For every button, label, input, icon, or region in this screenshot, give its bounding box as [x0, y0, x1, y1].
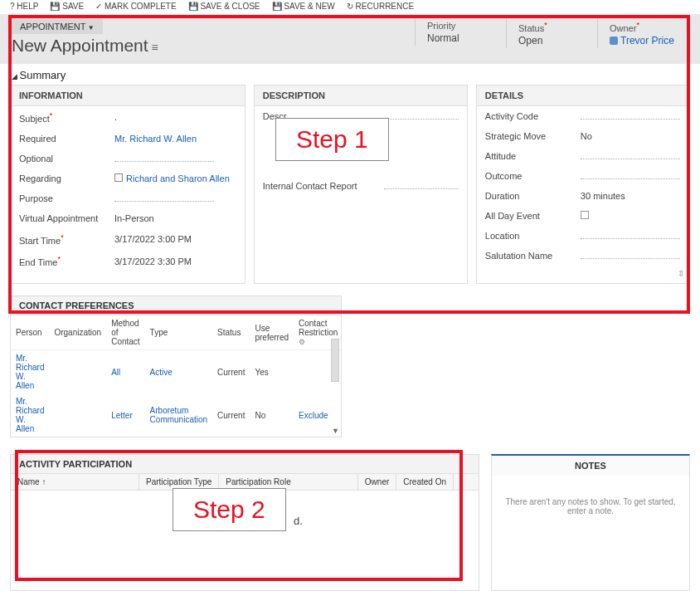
purpose-label: Purpose [19, 193, 114, 203]
scroll-arrows-icon[interactable]: ⇳ [678, 269, 684, 278]
scrollbar[interactable] [331, 339, 339, 382]
activity-participation-header: ACTIVITY PARTICIPATION [11, 455, 479, 474]
regarding-lookup[interactable]: Richard and Sharon Allen [114, 173, 236, 183]
optional-label: Optional [19, 154, 114, 164]
col-person[interactable]: Person [11, 315, 49, 350]
col-status[interactable]: Status [212, 315, 250, 350]
page-title: New Appointment [12, 36, 415, 56]
status-field: Status* Open [506, 19, 597, 48]
details-header: DETAILS [477, 85, 689, 106]
subject-label: Subject* [19, 111, 114, 124]
activity-code-input[interactable] [581, 111, 681, 121]
annotation-step-1: Step 1 [275, 118, 389, 161]
required-lookup[interactable]: Mr. Richard W. Allen [114, 134, 236, 144]
command-bar: ? HELP 💾 SAVE ✓ MARK COMPLETE 💾 SAVE & C… [0, 0, 700, 14]
subject-input[interactable]: . [114, 112, 236, 122]
start-time-input[interactable]: 3/17/2022 3:00 PM [114, 234, 236, 244]
gear-icon[interactable]: ⚙ [299, 338, 305, 346]
contact-preferences-header: CONTACT PREFERENCES [11, 296, 341, 315]
regarding-label: Regarding [19, 173, 114, 183]
record-type-dropdown[interactable]: APPOINTMENT [12, 19, 103, 34]
contact-preferences-table: Person Organization Method of Contact Ty… [11, 315, 343, 437]
location-input[interactable] [581, 231, 681, 241]
information-panel: INFORMATION Subject* . Required Mr. Rich… [10, 85, 245, 284]
col-method[interactable]: Method of Contact [106, 315, 144, 350]
optional-input[interactable] [114, 154, 236, 164]
annotation-step-2: Step 2 [173, 488, 286, 531]
user-icon [610, 37, 618, 45]
virtual-select[interactable]: In-Person [114, 213, 236, 223]
allday-label: All Day Event [485, 211, 581, 221]
virtual-label: Virtual Appointment [19, 213, 114, 223]
location-label: Location [485, 231, 581, 241]
icr-input[interactable] [379, 181, 459, 191]
notes-panel: NOTES There aren't any notes to show. To… [491, 454, 690, 591]
col-organization[interactable]: Organization [49, 315, 106, 350]
description-panel: DESCRIPTION Descr Internal Contact Repor… [254, 85, 468, 284]
notes-header: NOTES [492, 456, 689, 476]
record-header: APPOINTMENT New Appointment Priority Nor… [0, 14, 700, 64]
owner-field: Owner* Trevor Price [597, 19, 688, 48]
activity-code-label: Activity Code [485, 111, 581, 121]
information-header: INFORMATION [11, 85, 245, 106]
required-label: Required [19, 134, 114, 144]
save-close-button[interactable]: 💾 SAVE & CLOSE [188, 2, 260, 11]
col-type[interactable]: Type [145, 315, 212, 350]
save-button[interactable]: 💾 SAVE [50, 2, 84, 11]
owner-link[interactable]: Trevor Price [620, 35, 674, 46]
help-button[interactable]: ? HELP [10, 2, 38, 11]
table-row[interactable]: Mr. Richard W. Allen All Active Current … [11, 350, 343, 394]
end-time-input[interactable]: 3/17/2022 3:30 PM [114, 256, 236, 266]
outcome-label: Outcome [485, 171, 581, 181]
salutation-input[interactable] [581, 251, 681, 261]
attitude-label: Attitude [485, 151, 581, 161]
duration-label: Duration [485, 191, 581, 201]
start-time-label: Start Time* [19, 233, 114, 246]
scroll-down-icon[interactable]: ▼ [332, 427, 339, 435]
col-created-on[interactable]: Created On [396, 474, 454, 490]
salutation-label: Salutation Name [485, 251, 581, 261]
mark-complete-button[interactable]: ✓ MARK COMPLETE [95, 2, 176, 11]
description-header: DESCRIPTION [255, 85, 467, 106]
purpose-input[interactable] [114, 193, 236, 203]
summary-section-title[interactable]: Summary [0, 64, 700, 85]
outcome-input[interactable] [581, 171, 681, 181]
attitude-input[interactable] [581, 151, 681, 161]
annotation-trailing-text: d. [294, 515, 303, 527]
col-owner[interactable]: Owner [358, 474, 396, 490]
end-time-label: End Time* [19, 255, 114, 267]
icr-label: Internal Contact Report [263, 181, 379, 191]
details-panel: DETAILS Activity Code Strategic Move No … [476, 85, 690, 284]
col-use-pref[interactable]: Use preferred [250, 315, 294, 350]
contact-preferences-panel: CONTACT PREFERENCES Person Organization … [10, 296, 342, 437]
allday-checkbox[interactable] [581, 211, 681, 221]
save-new-button[interactable]: 💾 SAVE & NEW [272, 2, 335, 11]
strategic-move-input[interactable]: No [581, 131, 681, 141]
table-row[interactable]: Mr. Richard W. Allen Letter Arboretum Co… [11, 393, 343, 437]
recurrence-button[interactable]: ↻ RECURRENCE [347, 2, 414, 11]
strategic-move-label: Strategic Move [485, 131, 581, 141]
priority-field: Priority Normal [415, 19, 506, 46]
record-icon [114, 173, 123, 182]
col-name[interactable]: Name ↑ [11, 474, 139, 490]
duration-input[interactable]: 30 minutes [581, 191, 681, 201]
notes-empty-state[interactable]: There aren't any notes to show. To get s… [492, 476, 689, 537]
